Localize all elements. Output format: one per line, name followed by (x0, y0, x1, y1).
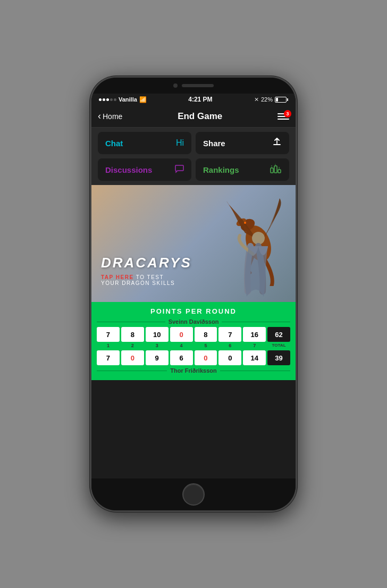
p1-score-1: 7 (97, 327, 120, 342)
p2-score-6: 0 (218, 350, 241, 365)
divider-right (222, 322, 290, 322)
share-button[interactable]: Share (196, 132, 289, 154)
round-label-4: 4 (170, 343, 193, 348)
action-buttons-grid: Chat Hi Share Discussions (91, 128, 296, 185)
rankings-icon: 2 1 3 (270, 164, 282, 175)
back-label: Home (103, 112, 122, 121)
round-label-2: 2 (121, 343, 144, 348)
p2-score-2: 0 (121, 350, 144, 365)
share-icon (272, 137, 282, 149)
dracarys-title: DRACARYS (101, 255, 192, 271)
camera-dot (173, 83, 178, 88)
signal-dot-1 (99, 98, 102, 101)
svg-text:3: 3 (279, 166, 280, 170)
svg-point-9 (244, 222, 246, 224)
player-1-name-divider: Sveinn Davíðsson (97, 318, 290, 325)
round-label-3: 3 (146, 343, 169, 348)
status-left: Vanilla 📶 (99, 96, 147, 103)
phone-bottom-bar (91, 478, 296, 510)
p2-score-5: 0 (195, 350, 217, 365)
person-image (237, 228, 280, 302)
svg-rect-1 (274, 166, 277, 173)
p1-score-5: 8 (195, 327, 217, 342)
p1-score-2: 8 (121, 327, 144, 342)
chat-label: Chat (105, 139, 123, 148)
signal-dots (99, 98, 116, 101)
signal-dot-5 (114, 98, 116, 101)
p1-score-7: 16 (243, 327, 266, 342)
scoreboard: POINTS PER ROUND Sveinn Davíðsson 7 8 10… (91, 302, 296, 380)
total-label: TOTAL (267, 343, 290, 348)
battery-fill (276, 98, 278, 102)
player-2-name-divider: Thor Friðriksson (97, 367, 290, 374)
player-1-section: Sveinn Davíðsson 7 8 10 0 8 7 16 62 1 2 … (97, 318, 290, 348)
signal-dot-2 (103, 98, 105, 101)
p1-score-4: 0 (170, 327, 193, 342)
speaker-bar (182, 84, 214, 87)
tap-here-text: TAP HERE TO TESTYOUR DRAGON SKILLS (101, 274, 192, 286)
menu-button[interactable]: 3 (277, 113, 289, 120)
banner-area[interactable]: DRACARYS TAP HERE TO TESTYOUR DRAGON SKI… (91, 185, 296, 302)
divider-left (97, 322, 165, 322)
p1-score-3: 10 (146, 327, 169, 342)
nav-bar: ‹ Home End Game 3 (91, 105, 296, 128)
status-right: ⨯ 22% (254, 96, 288, 103)
discussions-icon (174, 164, 184, 175)
divider-right-2 (220, 371, 290, 371)
notification-badge: 3 (284, 110, 291, 117)
divider-left-2 (97, 371, 167, 371)
svg-text:1: 1 (275, 164, 276, 166)
svg-text:2: 2 (271, 165, 273, 168)
player-1-scores: 7 8 10 0 8 7 16 62 (97, 327, 290, 342)
share-label: Share (203, 139, 225, 148)
svg-rect-2 (278, 170, 281, 173)
battery-body (275, 97, 287, 103)
p2-score-4: 6 (170, 350, 193, 365)
round-label-5: 5 (195, 343, 217, 348)
p2-score-7: 14 (243, 350, 266, 365)
phone-top-bar (91, 78, 296, 94)
scoreboard-title: POINTS PER ROUND (97, 307, 290, 315)
discussions-button[interactable]: Discussions (98, 158, 191, 181)
player-2-name: Thor Friðriksson (170, 367, 216, 374)
screen: Vanilla 📶 4:21 PM ⨯ 22% ‹ Home E (91, 94, 296, 478)
chat-button[interactable]: Chat Hi (98, 132, 191, 154)
chat-icon: Hi (176, 138, 184, 148)
battery-icon (275, 97, 288, 103)
home-button[interactable] (182, 483, 205, 506)
round-label-7: 7 (243, 343, 266, 348)
round-label-6: 6 (218, 343, 241, 348)
tap-here-highlight: TAP HERE (101, 274, 134, 280)
back-button[interactable]: ‹ Home (98, 111, 122, 122)
round-label-1: 1 (97, 343, 120, 348)
status-time: 4:21 PM (188, 96, 212, 103)
p1-total: 62 (267, 327, 290, 342)
status-bar: Vanilla 📶 4:21 PM ⨯ 22% (91, 94, 296, 105)
banner-text-block: DRACARYS TAP HERE TO TESTYOUR DRAGON SKI… (101, 255, 192, 286)
p2-total: 39 (267, 350, 290, 365)
rankings-label: Rankings (203, 165, 239, 174)
svg-point-10 (252, 232, 265, 245)
phone-frame: Vanilla 📶 4:21 PM ⨯ 22% ‹ Home E (90, 76, 297, 512)
p2-score-1: 7 (97, 350, 120, 365)
carrier-label: Vanilla (119, 96, 137, 103)
signal-dot-3 (106, 98, 109, 101)
battery-percent: 22% (261, 96, 273, 103)
wifi-icon: 📶 (139, 96, 147, 103)
player-2-scores: 7 0 9 6 0 0 14 39 (97, 350, 290, 365)
round-labels: 1 2 3 4 5 6 7 TOTAL (97, 343, 290, 348)
battery-tip (287, 98, 288, 101)
discussions-label: Discussions (105, 165, 152, 174)
page-title: End Game (178, 111, 222, 122)
player-2-section: 7 0 9 6 0 0 14 39 Thor Friðriksson (97, 350, 290, 374)
p1-score-6: 7 (218, 327, 241, 342)
svg-rect-0 (271, 168, 273, 173)
signal-dot-4 (110, 98, 113, 101)
p2-score-3: 9 (146, 350, 169, 365)
rankings-button[interactable]: Rankings 2 1 3 (196, 158, 289, 181)
player-1-name: Sveinn Davíðsson (169, 318, 219, 325)
bluetooth-icon: ⨯ (254, 96, 259, 103)
back-chevron-icon: ‹ (98, 111, 101, 122)
